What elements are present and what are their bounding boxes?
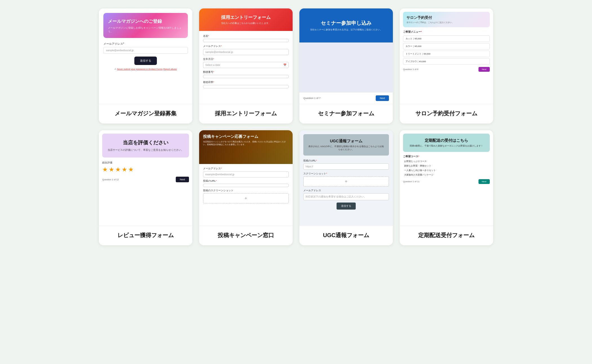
url-input-u: https://	[303, 163, 389, 170]
next-button-sub[interactable]: Next	[479, 179, 490, 184]
card-seminar: セミナー参加申し込み 当社セミナーに参加を希望される方は、以下の情報をご送信くだ…	[299, 8, 393, 123]
hero-subtitle-sub: 関東4都県に、千葉で取れた新鮮なオーガニックお野菜をお届けします！	[408, 144, 485, 147]
preview-recruitment: 採用エントリーフォーム 当社入への応募はこちらからお願いいたします。 名前* メ…	[199, 8, 293, 104]
preview-salon: サロン予約受付 当サロンへのご予約は、こちらよりご記入ください。 ご希望メニュー…	[400, 8, 493, 104]
preview-campaign: 投稿キャンペーン応募フォーム 当店指定のハッシュタグをつけて商品を購入いただき、…	[199, 130, 293, 226]
form-body-campaign: メールアドレス* example@embedsocial.jp 投稿のURL* …	[199, 164, 293, 206]
hero-title-recruit: 採用エントリーフォーム	[204, 15, 288, 21]
question-counter-salon: Question 1 of 6	[403, 68, 418, 71]
menu-item-4: アイブロウ｜¥3,000	[403, 58, 490, 65]
preview-seminar: セミナー参加申し込み 当社セミナーに参加を希望される方は、以下の情報をご送信くだ…	[299, 8, 393, 104]
hero-seminar: セミナー参加申し込み 当社セミナーに参加を希望される方は、以下の情報をご送信くだ…	[299, 8, 393, 42]
email-input-c: example@embedsocial.jp	[203, 171, 289, 177]
submit-button-mail[interactable]: 送信する	[134, 57, 157, 65]
star-5[interactable]: ★	[128, 166, 134, 173]
card-mail-magazine: メールマガジンへのご登録 メールマガジンに登録しお得なキャンペーン情報をGETし…	[99, 8, 192, 123]
footer-bar-seminar: Question 1 of 7 Next	[299, 93, 393, 104]
hero-campaign: 投稿キャンペーン応募フォーム 当店指定のハッシュタグをつけて商品を購入いただき、…	[199, 130, 293, 164]
submit-button-ugc[interactable]: 送信する	[337, 203, 356, 210]
card-salon: サロン予約受付 当サロンへのご予約は、こちらよりご記入ください。 ご希望メニュー…	[400, 8, 493, 123]
star-3[interactable]: ★	[115, 166, 121, 173]
url-label-u: 投稿のURL*	[303, 159, 389, 163]
card-review: 当店を評価ください 当店サービスの評価について、率直なご意見をお知らせください。…	[99, 130, 192, 245]
card-ugc: UGC通報フォーム 表示された UGCの中に、不適切な投稿が表示される場合はこち…	[299, 130, 393, 245]
card-label-seminar: セミナー参加フォーム	[299, 104, 393, 123]
card-label-subscription: 定期配送受付フォーム	[400, 226, 493, 245]
menu-label-sub: ご希望コース*	[403, 155, 490, 158]
hero-subtitle-salon: 当サロンへのご予約は、こちらよりご記入ください。	[406, 21, 486, 24]
card-label-mail: メールマガジン登録募集	[99, 104, 192, 123]
card-campaign: 投稿キャンペーン応募フォーム 当店指定のハッシュタグをつけて商品を購入いただき、…	[199, 130, 293, 245]
question-counter-sub: Question 1 of 11	[403, 180, 420, 183]
menu-label-salon: ご希望メニュー*	[403, 30, 490, 34]
card-grid: メールマガジンへのご登録 メールマガジンに登録しお得なキャンペーン情報をGETし…	[99, 8, 493, 245]
hero-subtitle-ugc: 表示された UGCの中に、不適切な投稿が表示される場合はこちらよりお知らせくださ…	[308, 145, 384, 151]
rating-label: 総合評価	[102, 161, 189, 165]
card-label-recruit: 採用エントリーフォーム	[199, 104, 293, 123]
name-input	[203, 39, 289, 42]
hero-subtitle-mail: メールマガジンに登録しお得なキャンペーン情報をGETしましょう。	[108, 26, 183, 33]
name-label: 名前*	[203, 34, 289, 38]
hero-title-salon: サロン予約受付	[406, 15, 486, 20]
form-body-recruit: 名前* メールアドレス* sample@embedsocial.jp 生年月日*…	[199, 34, 293, 88]
email-input-u: 対応状況下の通知を希望する場合はご記入ください。	[303, 193, 389, 200]
footer-bar-review: Question 1 of 12 Next	[102, 177, 189, 182]
card-label-campaign: 投稿キャンペーン窓口	[199, 226, 293, 245]
hero-subscription: 定期配送の受付はこちら 関東4都県に、千葉で取れた新鮮なオーガニックお野菜をお届…	[403, 134, 490, 152]
email-label: メールアドレス*	[103, 42, 188, 46]
hero-salon: サロン予約受付 当サロンへのご予約は、こちらよりご記入ください。	[403, 12, 490, 27]
footer-bar-sub: Question 1 of 11 Next	[403, 179, 490, 184]
hero-title-sub: 定期配送の受付はこちら	[408, 138, 485, 143]
hero-title-review: 当店を評価ください	[106, 139, 185, 146]
hero-subtitle-recruit: 当社入への応募はこちらからお願いいたします。	[204, 22, 288, 25]
preview-review: 当店を評価ください 当店サービスの評価について、率直なご意見をお知らせください。…	[99, 130, 192, 226]
email-label-c: メールアドレス*	[203, 167, 289, 170]
menu-item-2: カラー｜¥5,000	[403, 43, 490, 50]
next-button-seminar[interactable]: Next	[376, 95, 389, 101]
sub-item-3: 一人暮らし向け食べきりセット	[403, 169, 490, 172]
url-label-c: 投稿のURL*	[203, 179, 289, 183]
screenshot-label-c: 投稿のスクリーンショット	[203, 189, 289, 192]
zip-input	[203, 75, 289, 78]
zip-label: 郵便番号*	[203, 70, 289, 74]
screenshot-label-u: スクリーンショット*	[303, 172, 389, 176]
question-counter-review: Question 1 of 12	[102, 178, 119, 181]
url-input-c	[203, 184, 289, 187]
card-label-ugc: UGC通報フォーム	[299, 226, 393, 245]
pref-label: 都道府県*	[203, 80, 289, 84]
card-recruitment: 採用エントリーフォーム 当社入への応募はこちらからお願いいたします。 名前* メ…	[199, 8, 293, 123]
menu-item-1: カット｜¥5,000	[403, 35, 490, 42]
next-button-review[interactable]: Next	[176, 177, 189, 182]
sub-item-4: 大家族向け大容量パッケージ	[403, 173, 490, 176]
star-2[interactable]: ★	[109, 166, 114, 173]
hero-banner-mail: メールマガジンへのご登録 メールマガジンに登録しお得なキャンペーン情報をGETし…	[103, 13, 188, 38]
email-label-u: メールアドレス	[303, 189, 389, 192]
hero-title-campaign: 投稿キャンペーン応募フォーム	[203, 134, 289, 139]
hero-title-ugc: UGC通報フォーム	[308, 139, 384, 144]
card-label-salon: サロン予約受付フォーム	[400, 104, 493, 123]
email-input-preview: sample@embedsocial.jp	[103, 47, 188, 54]
card-subscription: 定期配送の受付はこちら 関東4都県に、千葉で取れた新鮮なオーガニックお野菜をお届…	[400, 130, 493, 245]
pref-input	[203, 85, 289, 88]
dob-label: 生年月日*	[203, 57, 289, 61]
question-counter-seminar: Question 1 of 7	[303, 97, 321, 100]
preview-mail-magazine: メールマガジンへのご登録 メールマガジンに登録しお得なキャンペーン情報をGETし…	[99, 8, 192, 104]
upload-box-u[interactable]: +	[303, 176, 389, 187]
hero-recruitment: 採用エントリーフォーム 当社入への応募はこちらからお願いいたします。	[199, 8, 293, 31]
hero-title-seminar: セミナー参加申し込み	[305, 20, 387, 26]
dob-input: Select a date📅	[203, 62, 289, 68]
menu-item-3: トリートメント｜¥4,000	[403, 51, 490, 57]
email-input-r: sample@embedsocial.jp	[203, 49, 289, 55]
warning-text: ⚠ Never submit your password in Embed Fo…	[103, 68, 188, 70]
footer-bar-salon: Question 1 of 6 Next	[403, 67, 490, 72]
star-1[interactable]: ★	[102, 166, 108, 173]
star-4[interactable]: ★	[122, 166, 127, 173]
hero-subtitle-review: 当店サービスの評価について、率直なご意見をお知らせください。	[106, 148, 185, 152]
next-button-salon[interactable]: Next	[479, 67, 490, 72]
sub-item-2: 新鮮なお野菜・果物セット	[403, 164, 490, 167]
email-label-r: メールアドレス*	[203, 44, 289, 48]
hero-review: 当店を評価ください 当店サービスの評価について、率直なご意見をお知らせください。	[102, 134, 189, 158]
upload-box-c[interactable]: +	[203, 193, 289, 203]
hero-subtitle-seminar: 当社セミナーに参加を希望される方は、以下の情報をご送信ください。	[305, 28, 387, 31]
hero-title-mail: メールマガジンへのご登録	[108, 19, 183, 24]
